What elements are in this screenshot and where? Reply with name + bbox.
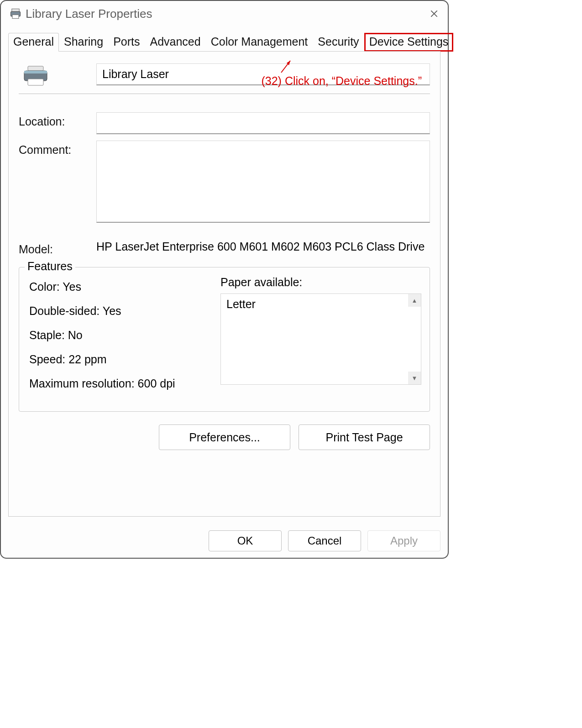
apply-button[interactable]: Apply [367,530,440,551]
feature-speed: Speed: 22 ppm [29,353,220,366]
paper-available-list[interactable]: Letter ▲ ▼ [220,293,421,385]
tab-ports[interactable]: Ports [108,33,145,52]
comment-label: Comment: [19,141,96,157]
features-legend: Features [25,260,75,273]
dialog-buttons: OK Cancel Apply [209,530,440,551]
svg-rect-7 [24,71,47,73]
svg-rect-8 [28,79,43,85]
tab-general[interactable]: General [8,33,59,52]
feature-double-sided: Double-sided: Yes [29,304,220,318]
cancel-button[interactable]: Cancel [288,530,361,551]
preferences-button[interactable]: Preferences... [159,424,290,450]
feature-color: Color: Yes [29,280,220,293]
close-icon[interactable] [429,8,440,19]
comment-input[interactable] [96,141,430,223]
model-label: Model: [19,240,96,256]
tab-sharing[interactable]: Sharing [59,33,108,52]
annotation-arrow-icon [279,59,293,76]
svg-rect-5 [28,66,43,71]
printer-icon-large [19,63,52,87]
tab-strip: General Sharing Ports Advanced Color Man… [8,33,440,52]
paper-available-label: Paper available: [220,276,421,289]
features-group: Features Color: Yes Double-sided: Yes St… [19,267,430,412]
svg-rect-0 [12,9,19,12]
feature-max-resolution: Maximum resolution: 600 dpi [29,377,220,390]
feature-staple: Staple: No [29,329,220,342]
annotation-text: (32) Click on, “Device Settings.” [261,74,422,88]
tab-advanced[interactable]: Advanced [145,33,205,52]
model-value: HP LaserJet Enterprise 600 M601 M602 M60… [96,240,430,256]
location-label: Location: [19,112,96,128]
properties-dialog: Library Laser Properties General Sharing… [0,0,449,559]
tab-security[interactable]: Security [313,33,364,52]
titlebar: Library Laser Properties [1,1,448,26]
paper-item[interactable]: Letter [226,298,415,311]
tab-device-settings[interactable]: Device Settings [364,33,454,52]
ok-button[interactable]: OK [209,530,282,551]
location-input[interactable] [96,112,430,134]
svg-rect-2 [12,15,19,18]
tab-color-management[interactable]: Color Management [206,33,313,52]
scroll-up-icon[interactable]: ▲ [408,294,421,307]
print-test-page-button[interactable]: Print Test Page [299,424,430,450]
tab-panel-general: (32) Click on, “Device Settings.” Locati… [8,51,440,517]
window-title: Library Laser Properties [26,7,429,21]
divider [19,94,430,94]
printer-icon [9,8,22,19]
scroll-down-icon[interactable]: ▼ [408,372,421,384]
